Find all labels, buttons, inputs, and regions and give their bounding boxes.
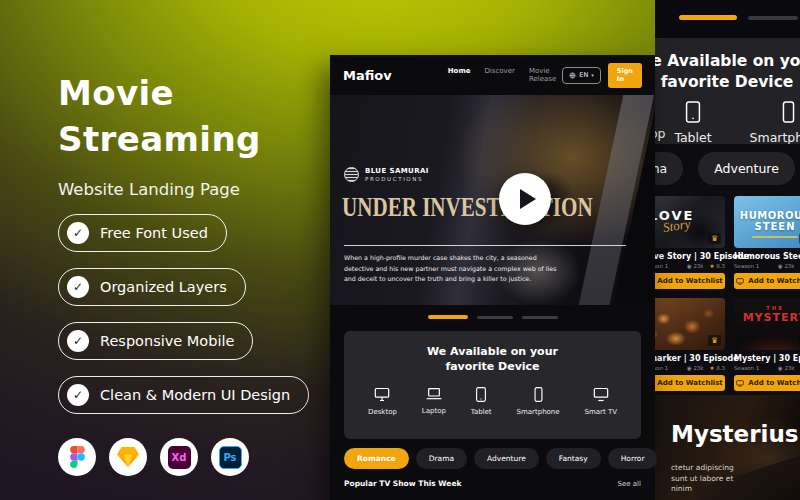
studio-credit: BLUE SAMURAI PRODUCTIONS — [344, 167, 429, 182]
carousel-indicator-active[interactable] — [679, 15, 737, 20]
genre-pill-adventure[interactable]: Adventure — [474, 448, 539, 469]
feature-organized-layers: ✓ Organized Layers — [58, 268, 246, 306]
smartphone-icon — [534, 387, 543, 402]
nav-link-home[interactable]: Home — [448, 67, 471, 83]
see-all-link[interactable]: See all — [618, 480, 641, 488]
desc-line: sunt ut labore et — [671, 474, 733, 483]
device-smartphone: Smartphone — [517, 387, 560, 416]
devices-heading-line2: favorite Device — [661, 73, 794, 91]
add-to-watchlist-button[interactable]: Add to Watchlist — [655, 273, 725, 289]
show-title: Mystery | 30 Episode — [734, 354, 800, 363]
main-mockup-panel: Mafiov Home Discover Movie Release EN ▾ … — [330, 55, 655, 500]
show-card-nmarker[interactable]: ♛ nmarker | 30 Episode Season 1 ◉ 23k ★ … — [655, 298, 725, 391]
carousel-indicator[interactable] — [748, 16, 798, 20]
sketch-icon — [109, 438, 147, 476]
devices-heading-line1: We Available on your — [655, 52, 800, 70]
tablet-icon — [475, 387, 487, 402]
device-laptop: Laptop — [422, 387, 446, 416]
nav-right: EN ▾ Sign In — [562, 63, 642, 88]
mystery-poster[interactable]: THE MYSTERY ♛ — [734, 298, 800, 350]
show-title: nmarker | 30 Episode — [655, 354, 725, 363]
chevron-down-icon: ▾ — [591, 72, 594, 78]
play-icon — [520, 189, 536, 209]
promo-title: Movie Streaming — [58, 70, 261, 162]
popular-shows-grid: LOVE Story ♛ Love Story | 30 Episode Sea… — [655, 196, 800, 391]
desc-line: ctetur adipiscing — [671, 463, 734, 472]
feature-clean-ui: ✓ Clean & Modern UI Design — [58, 376, 309, 414]
device-tablet: Tablet — [658, 101, 728, 144]
nav-link-discover[interactable]: Discover — [484, 67, 514, 83]
desc-line: ninim — [671, 484, 692, 493]
genre-pills: Romance Drama Adventure Fantasy Horror — [344, 448, 641, 469]
crowd-scene-poster[interactable]: ♛ — [655, 298, 725, 350]
genre-pill-romance[interactable]: Romance — [344, 448, 409, 469]
device-label: Smartphone — [750, 130, 800, 144]
carousel-indicator-active[interactable] — [428, 315, 468, 319]
watchlist-label: Add to Watchlist — [657, 277, 722, 285]
device-smartphone: Smartphone — [753, 101, 800, 144]
feature-free-font: ✓ Free Font Used — [58, 214, 227, 252]
add-to-watchlist-button[interactable]: Add to Watchlist — [734, 375, 800, 391]
crown-badge: ♛ — [708, 335, 721, 346]
photoshop-icon: Ps — [211, 438, 249, 476]
promo-title-line2: Streaming — [58, 119, 261, 159]
zoomed-mockup-panel: We Available on your favorite Device Lap… — [655, 0, 800, 500]
check-icon: ✓ — [67, 222, 89, 244]
carousel-indicator[interactable] — [477, 316, 513, 319]
play-button[interactable] — [499, 173, 551, 225]
add-to-watchlist-button[interactable]: Add to Watchlist — [734, 273, 800, 289]
devices-heading: We Available on your favorite Device — [344, 331, 641, 374]
popular-title: Popular TV Show This Week — [344, 479, 462, 488]
zoomed-genre-pills: Drama Adventure Fantasy — [655, 152, 800, 185]
device-smart-tv: Smart TV — [585, 387, 617, 416]
poster-title-text: HUMOROUS — [734, 210, 800, 221]
brand-logo[interactable]: Mafiov — [343, 68, 392, 83]
add-to-watchlist-button[interactable]: Add to Watchlist — [655, 375, 725, 391]
show-card-humorous-steen[interactable]: HUMOROUS STEEN ♛ Humorous Steen | 30 Epi… — [734, 196, 800, 289]
eye-icon: ◉ — [778, 365, 783, 371]
sign-in-button[interactable]: Sign In — [608, 63, 642, 88]
language-selector[interactable]: EN ▾ — [562, 67, 601, 84]
desktop-icon — [374, 387, 390, 402]
tablet-icon — [684, 101, 702, 123]
genre-pill-drama[interactable]: Drama — [416, 448, 467, 469]
device-label: Smartphone — [517, 408, 560, 416]
devices-heading-line2: favorite Device — [445, 360, 539, 373]
show-card-mystery[interactable]: THE MYSTERY ♛ Mystery | 30 Episode Seaso… — [734, 298, 800, 391]
zoomed-devices-section: We Available on your favorite Device Lap… — [655, 38, 800, 144]
genre-pill-horror[interactable]: Horror — [608, 448, 658, 469]
poster-script-text: Story — [662, 216, 692, 236]
globe-icon — [569, 72, 576, 79]
humorous-steen-poster[interactable]: HUMOROUS STEEN ♛ — [734, 196, 800, 248]
laptop-icon — [426, 387, 442, 401]
show-title: Love Story | 30 Episode — [655, 252, 725, 261]
genre-pill-adventure[interactable]: Adventure — [698, 152, 795, 185]
carousel-indicator[interactable] — [522, 316, 558, 319]
xd-badge: Xd — [168, 446, 191, 469]
hero-description: When a high-profile murder case shakes t… — [344, 253, 560, 285]
feature-label: Responsive Mobile — [100, 333, 234, 349]
devices-heading: We Available on your favorite Device — [655, 51, 800, 93]
eye-icon: ◉ — [778, 263, 783, 269]
check-icon: ✓ — [67, 384, 89, 406]
show-card-love-story[interactable]: LOVE Story ♛ Love Story | 30 Episode Sea… — [655, 196, 725, 289]
love-story-poster[interactable]: LOVE Story ♛ — [655, 196, 725, 248]
feature-label: Free Font Used — [100, 225, 208, 241]
mysterius-title: Mysterius — [671, 421, 798, 447]
device-label: Laptop — [422, 407, 446, 415]
promo-header: Movie Streaming Website Landing Page — [58, 70, 261, 199]
watchlist-label: Add to Watchlist — [748, 277, 800, 285]
feature-responsive-mobile: ✓ Responsive Mobile — [58, 322, 253, 360]
studio-name: BLUE SAMURAI — [365, 167, 429, 175]
studio-subname: PRODUCTIONS — [365, 176, 429, 182]
feature-label: Clean & Modern UI Design — [100, 387, 290, 403]
popular-shows-header: Popular TV Show This Week See all — [344, 479, 641, 488]
genre-pill-drama[interactable]: Drama — [655, 152, 683, 185]
device-label: Tablet — [674, 130, 711, 144]
nav-link-movie-release[interactable]: Movie Release — [529, 67, 562, 83]
eye-icon: ◉ — [687, 365, 692, 371]
genre-pill-fantasy[interactable]: Fantasy — [546, 448, 601, 469]
views-count: ◉ 23k — [687, 263, 704, 269]
poster-title-text2: MYSTERY — [734, 311, 800, 324]
devices-section: We Available on your favorite Device Des… — [344, 331, 641, 439]
